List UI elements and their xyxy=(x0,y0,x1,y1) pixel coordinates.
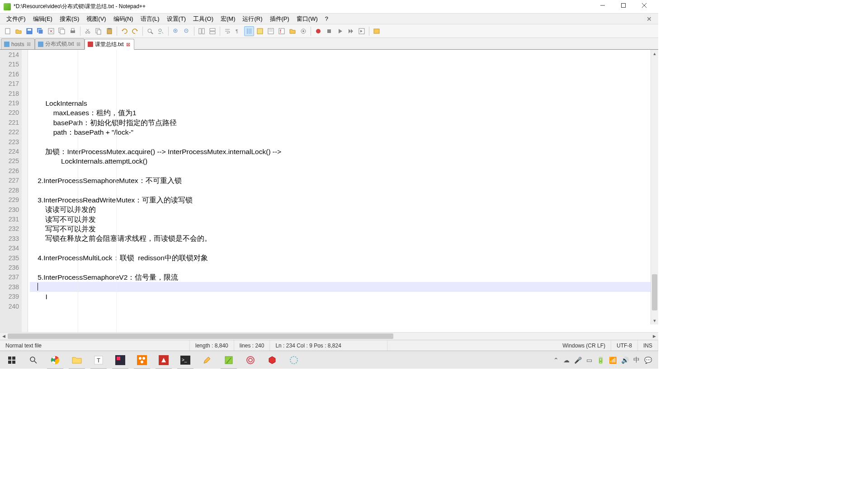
start-button[interactable] xyxy=(1,351,23,369)
scroll-down-icon[interactable]: ▼ xyxy=(651,317,658,324)
taskbar-app-red[interactable] xyxy=(153,351,175,369)
tray-notif-icon[interactable]: 💬 xyxy=(644,357,652,364)
vertical-scrollbar[interactable]: ▲ ▼ xyxy=(651,50,658,324)
undo-icon[interactable] xyxy=(119,26,129,36)
tab-2[interactable]: 课堂总结.txt⊠ xyxy=(85,39,134,50)
indent-guide-icon[interactable] xyxy=(244,26,254,36)
scroll-left-icon[interactable]: ◀ xyxy=(0,334,8,338)
tray-cloud-icon[interactable]: ☁ xyxy=(563,357,570,364)
taskbar-explorer[interactable] xyxy=(66,351,88,369)
udl-icon[interactable] xyxy=(255,26,265,36)
code-line[interactable] xyxy=(30,282,658,291)
func-list-icon[interactable]: f xyxy=(277,26,287,36)
menu-run[interactable]: 运行(R) xyxy=(239,14,266,24)
paste-icon[interactable] xyxy=(104,26,114,36)
code-line[interactable] xyxy=(30,330,658,332)
sync-v-icon[interactable] xyxy=(197,26,207,36)
code-line[interactable]: 3.InterProcessReadWriteMutex：可重入的读写锁 xyxy=(30,195,658,205)
code-line[interactable]: 写锁在释放之前会阻塞请求线程，而读锁是不会的。 xyxy=(30,234,658,243)
tray-volume-icon[interactable]: 🔊 xyxy=(621,357,629,364)
system-tray[interactable]: ⌃ ☁ 🎤 ▭ 🔋 📶 🔊 中 💬 xyxy=(553,356,657,364)
tray-chevron-icon[interactable]: ⌃ xyxy=(553,357,559,364)
menu-encoding[interactable]: 编码(N) xyxy=(110,14,137,24)
code-line[interactable]: 写写不可以并发 xyxy=(30,224,658,234)
folder-ws-icon[interactable] xyxy=(288,26,297,36)
find-icon[interactable] xyxy=(145,26,155,36)
taskbar-terminal[interactable]: >_ xyxy=(175,351,196,369)
save-all-icon[interactable] xyxy=(35,26,45,36)
hscroll-thumb[interactable] xyxy=(8,333,393,339)
menu-edit[interactable]: 编辑(E) xyxy=(29,14,56,24)
search-button[interactable] xyxy=(23,351,44,369)
taskbar-app-swirl[interactable] xyxy=(240,351,261,369)
horizontal-scrollbar[interactable]: ◀ ▶ xyxy=(0,332,658,340)
code-area[interactable]: LockInternals maxLeases：租约，值为1 basePath：… xyxy=(28,50,658,332)
code-line[interactable] xyxy=(30,244,658,253)
status-eol[interactable]: Windows (CR LF) xyxy=(557,340,611,351)
menu-tools[interactable]: 工具(O) xyxy=(189,14,217,24)
code-line[interactable] xyxy=(30,301,658,311)
code-line[interactable]: 5.InterProcessSemaphoreV2：信号量，限流 xyxy=(30,272,658,282)
print-icon[interactable] xyxy=(68,26,78,36)
close-all-icon[interactable] xyxy=(57,26,67,36)
tab-close-icon[interactable]: ⊠ xyxy=(76,42,81,47)
tab-0[interactable]: hosts⊠ xyxy=(1,38,35,49)
code-line[interactable] xyxy=(30,166,658,176)
cut-icon[interactable] xyxy=(83,26,93,36)
code-line[interactable]: 加锁：InterProcessMutex.acquire() --> Inter… xyxy=(30,147,658,156)
code-line[interactable] xyxy=(30,186,658,195)
taskbar-idea[interactable] xyxy=(109,351,131,369)
code-line[interactable]: LockInternals xyxy=(30,99,658,108)
zoom-in-icon[interactable] xyxy=(171,26,181,36)
close-button[interactable] xyxy=(634,0,655,12)
menu-search[interactable]: 搜索(S) xyxy=(56,14,83,24)
record-macro-icon[interactable] xyxy=(313,26,323,36)
taskbar-app-cube[interactable] xyxy=(261,351,283,369)
code-line[interactable]: path：basePath + "/lock-" xyxy=(30,127,658,137)
menu-macro[interactable]: 宏(M) xyxy=(217,14,239,24)
tray-wifi-icon[interactable]: 📶 xyxy=(609,357,617,364)
code-line[interactable] xyxy=(30,89,658,99)
code-line[interactable] xyxy=(30,263,658,272)
taskbar-app-orange[interactable] xyxy=(131,351,153,369)
save-macro-icon[interactable] xyxy=(357,26,367,36)
code-line[interactable]: 读写不可以并发 xyxy=(30,215,658,224)
tray-battery-icon[interactable]: 🔋 xyxy=(597,357,604,364)
menu-plugins[interactable]: 插件(P) xyxy=(266,14,293,24)
monitoring-icon[interactable] xyxy=(298,26,308,36)
scroll-right-icon[interactable]: ▶ xyxy=(651,334,658,338)
tray-display-icon[interactable]: ▭ xyxy=(586,357,592,364)
open-file-icon[interactable] xyxy=(14,26,24,36)
play-macro-icon[interactable] xyxy=(335,26,345,36)
tab-1[interactable]: 分布式锁.txt⊠ xyxy=(35,38,85,49)
vscroll-thumb[interactable] xyxy=(652,274,657,310)
code-line[interactable] xyxy=(30,137,658,147)
code-line[interactable]: basePath：初始化锁时指定的节点路径 xyxy=(30,118,658,127)
play-multi-icon[interactable] xyxy=(346,26,356,36)
taskbar-text[interactable]: T xyxy=(88,351,109,369)
tab-close-icon[interactable]: ⊠ xyxy=(126,42,131,47)
taskbar-chrome[interactable] xyxy=(44,351,66,369)
replace-icon[interactable] xyxy=(156,26,166,36)
editor[interactable]: 2142152162172182192202212222232242252262… xyxy=(0,50,658,332)
code-line[interactable]: maxLeases：租约，值为1 xyxy=(30,108,658,117)
copy-icon[interactable] xyxy=(94,26,104,36)
taskbar-app-spinner[interactable] xyxy=(283,351,305,369)
close-file-icon[interactable] xyxy=(46,26,56,36)
menu-language[interactable]: 语言(L) xyxy=(137,14,163,24)
code-line[interactable]: 2.InterProcessSemaphoreMutex：不可重入锁 xyxy=(30,176,658,185)
status-encoding[interactable]: UTF-8 xyxy=(611,340,638,351)
code-line[interactable]: LockInternals.attemptLock() xyxy=(30,156,658,166)
code-line[interactable]: I xyxy=(30,292,658,301)
code-line[interactable] xyxy=(30,321,658,330)
wordwrap-icon[interactable] xyxy=(222,26,232,36)
stop-macro-icon[interactable] xyxy=(324,26,334,36)
tab-close-icon[interactable]: ⊠ xyxy=(26,42,32,47)
maximize-button[interactable] xyxy=(613,0,634,12)
tray-ime-icon[interactable]: 中 xyxy=(633,356,640,364)
menu-file[interactable]: 文件(F) xyxy=(3,14,29,24)
close-doc-button[interactable]: ✕ xyxy=(643,15,656,23)
menu-view[interactable]: 视图(V) xyxy=(83,14,109,24)
code-line[interactable] xyxy=(30,311,658,321)
code-line[interactable]: 读读可以并发的 xyxy=(30,205,658,214)
